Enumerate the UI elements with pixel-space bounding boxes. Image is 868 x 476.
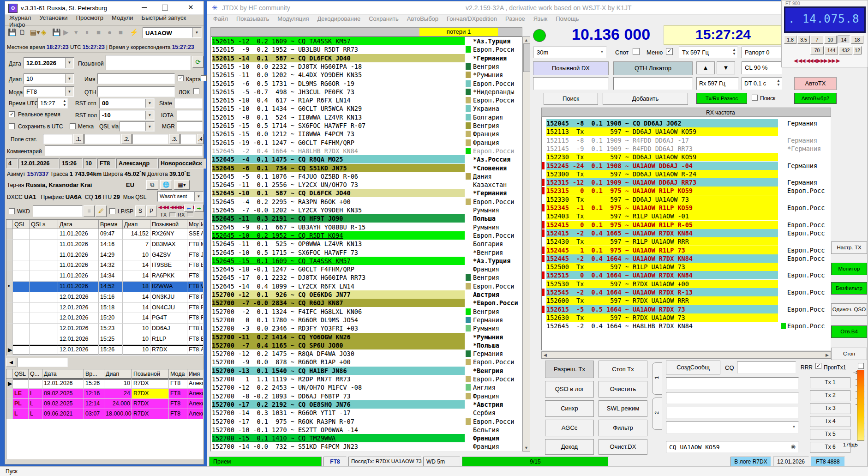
chevron-down-icon[interactable]: ▼: [65, 58, 73, 68]
decode-row[interactable]: 152700 -15 0.1 1410 ~ CQ TM29WWAФранция: [211, 434, 522, 442]
decode-row[interactable]: 152615 -12 0.2 1609 ~ CQ TA4SSK KM57*Аз.…: [211, 37, 522, 45]
stat-input-1[interactable]: [84, 134, 120, 144]
rx-row[interactable]: 152300 Tx 597 ~ DD6AJ UA1AOW R-24: [542, 170, 831, 178]
chevron-down-icon[interactable]: ▼: [145, 99, 154, 108]
rx-row[interactable]: 152245 -24 0.1 1908 ~ UA1AOW DD6AJ -04Ге…: [542, 162, 831, 170]
rx-row[interactable]: 152615 -5 0.5 1664 ~ UA1AOW R7DX 73Европ…: [542, 305, 831, 313]
decode-row[interactable]: 152645 -15 0.1 1609 ~ CQ TA4SSK KM57*Аз.…: [211, 257, 522, 265]
globe-icon[interactable]: 🌐: [160, 180, 172, 190]
col-header-5[interactable]: Диап: [123, 220, 150, 229]
decode-row[interactable]: 152615 -5 -0.7 498 ~ JH3CUL PE0FK 73*Нид…: [211, 88, 522, 96]
clear-dx-button[interactable]: Очист.DX: [599, 439, 647, 455]
name-input[interactable]: [97, 73, 175, 84]
col-header-5[interactable]: Диап: [104, 369, 132, 379]
table-row[interactable]: 12.01.202615:2510R1LPFT8B: [6, 334, 204, 345]
toolbar-callsign-combo[interactable]: UA1AOW ▼: [143, 27, 202, 38]
gen-msgs-button[interactable]: СоздСообщ: [666, 361, 720, 374]
decode-row[interactable]: 152645 -11 0.1 525 ~ OP0WWA LZ4VR KN13Бо…: [211, 240, 522, 248]
rx-row[interactable]: 152430 Tx 597 ~ R1LP UA1AOW RRR: [542, 237, 831, 246]
dx-grid-input[interactable]: [613, 77, 693, 90]
tx-period-tab-2[interactable]: 2: [652, 398, 662, 430]
cq-input[interactable]: [737, 362, 796, 374]
stat-button-1[interactable]: .1.: [73, 134, 84, 144]
decode-row[interactable]: 152645 -9 0.1 667 ~ UB3AYH YO8BBU R-15Ру…: [211, 223, 522, 231]
maximize-icon[interactable]: [162, 5, 168, 11]
decode-row[interactable]: 152700 -12 0.1 926 ~ CQ OE6KDG JN77Австр…: [211, 290, 522, 299]
save2-icon[interactable]: 💾: [52, 28, 61, 36]
decode-row[interactable]: 152615 -11 0.0 1202 ~ 4L4DX YO9DEH KN35*…: [211, 71, 522, 79]
col-header-1[interactable]: QSL: [13, 220, 30, 229]
prev-qso-button[interactable]: ⬅: [184, 205, 193, 212]
col-header-0[interactable]: [6, 369, 13, 379]
qsl-via-field[interactable]: ▼: [120, 121, 155, 132]
erase-button[interactable]: Очистить: [599, 381, 647, 398]
rx-row[interactable]: 152515 0 0.4 1664 ~ UA1AOW R7DX KN84Евро…: [542, 271, 831, 279]
wkd-checkbox[interactable]: [9, 208, 15, 214]
free-msg-field[interactable]: CQ UA1AOW KO59 ◉: [666, 441, 799, 453]
tx-msg-input-3[interactable]: [666, 407, 799, 419]
pause-icon[interactable]: ⏸: [85, 28, 89, 36]
scroll-right-icon[interactable]: ▶: [826, 353, 829, 357]
tx-msg-input-1[interactable]: [666, 377, 799, 389]
rx-row[interactable]: 152445 -2 0.4 1664 ~ UA1AOW R7DX KN84Евр…: [542, 254, 831, 263]
add-button[interactable]: Добавить: [603, 93, 688, 105]
stat-button-3[interactable]: .3.: [169, 134, 180, 144]
sync-button[interactable]: Синхр: [545, 400, 594, 417]
start-button[interactable]: Пуск: [6, 468, 18, 475]
ft900-band-18[interactable]: 18: [851, 36, 863, 44]
decode-row[interactable]: 152615 -10 0.4 617 ~ R1AP R6FX LN14Европ…: [211, 96, 522, 104]
stop-icon[interactable]: ■: [96, 28, 101, 36]
log-scroll-box[interactable]: [17, 358, 68, 367]
decode-row[interactable]: 152700 -17 0.2 2192 ~ CQ OE8SHQ JN76*Авс…: [211, 400, 522, 409]
decode-row[interactable]: 152615 -8 0.1 524 ~ II8WWA LZ4VR KN13Бол…: [211, 113, 522, 121]
decode-row[interactable]: 152700 -8 -0.2 1893 ~ DD6AJ F6BTP 73Фран…: [211, 392, 522, 400]
p-button[interactable]: P: [146, 205, 156, 217]
record-icon[interactable]: ●: [108, 28, 112, 36]
table-row[interactable]: ▶12.01.202615:2610R7DXFT8A: [6, 345, 204, 355]
decode-row[interactable]: 152700 -12 0.2 2453 ~ UN/OH7O M1FCV -08А…: [211, 383, 522, 392]
decode-row[interactable]: 152645 -10 0.5 1715 ~ SX6FOC HA7WFF 73*В…: [211, 248, 522, 257]
rx-row[interactable]: 152530 Tx 597 ~ R7DX UA1AOW +00: [542, 280, 831, 288]
decode-row[interactable]: 152700 -17 0.1 975 ~ R6OK RA3PN R-07Евро…: [211, 417, 522, 426]
col-header-7[interactable]: Мода: [169, 369, 187, 379]
tx1-button[interactable]: Tx 1: [810, 377, 850, 388]
decode-row[interactable]: 152645 -4 0.1 1475 ~ CQ R8QA MO25*Аз.Рос…: [211, 155, 522, 163]
decode-row[interactable]: 152645 -18 -0.1 1247 ~ G0CLT F4FHM/QRPФр…: [211, 265, 522, 273]
myqsl-field[interactable]: Wasn't sent▼: [157, 191, 204, 202]
tx-period-tab-1[interactable]: 1: [652, 362, 662, 395]
logger-menu-item-3[interactable]: Модули: [112, 14, 133, 21]
map2-checkbox[interactable]: [201, 75, 207, 81]
decode-button[interactable]: Декод: [545, 439, 594, 455]
jtdx-menu-item-1[interactable]: Показывать: [236, 15, 269, 22]
decode-row[interactable]: 152615 -15 0.5 1714 ~ SX6FOC HA7WFF R-07…: [211, 121, 522, 130]
jtdx-menu-item-9[interactable]: Помощь: [556, 15, 579, 22]
rx-row[interactable]: 152230 Tx 597 ~ DD6AJ UA1AOW KO59: [542, 153, 831, 161]
save-icon[interactable]: 💾: [8, 28, 17, 36]
rx-row[interactable]: 152345 -1 0.1 975 ~ UA1AOW R1LP KO59Евро…: [542, 204, 831, 212]
rst-rcvd-field[interactable]: -10▼: [99, 110, 155, 121]
rx-row[interactable]: 152315 0 0.1 975 ~ UA1AOW R1LP KO59Европ…: [542, 187, 831, 195]
mgr-input[interactable]: [177, 121, 203, 132]
jtdx-menu-item-2[interactable]: Модуляция: [277, 15, 309, 22]
decode-row[interactable]: 152700 -14 0.3 1031 ~ RG6OR YT1T -17Серб…: [211, 409, 522, 417]
tx-msg-input-2[interactable]: [666, 392, 799, 404]
refresh-button[interactable]: ⟳: [192, 56, 204, 68]
rx-row[interactable]: 152330 Tx 597 ~ DD6AJ UA1AOW 73: [542, 195, 831, 204]
plug-icon[interactable]: ⚡: [130, 28, 138, 36]
col-header-8[interactable]: Имя: [187, 369, 204, 379]
decode-scrollbar[interactable]: ▲ ▼: [522, 36, 530, 452]
play-dropdown-icon[interactable]: ▾: [74, 28, 78, 36]
report-spinner[interactable]: Рапорт 0: [742, 47, 782, 58]
minimize-icon[interactable]: [142, 7, 147, 8]
rx-row[interactable]: 152415 0 0.1 975 ~ UA1AOW R1LP R-05Европ…: [542, 221, 831, 229]
cl-spinner[interactable]: CL 90 %: [742, 61, 782, 74]
chevron-down-icon[interactable]: ▼: [65, 87, 73, 96]
rx-offset-spinner[interactable]: Rx 597 Гц: [696, 77, 739, 90]
decode-row[interactable]: 152645 -11 0.3 2191 ~ CQ HF9T JO90Польша: [211, 214, 522, 223]
decode-row[interactable]: 152615 -10 0.1 1434 ~ G0CLT UR5WCA KN29У…: [211, 104, 522, 113]
dx-call-button[interactable]: Позывной DX: [533, 61, 609, 75]
radio-icon[interactable]: ◉: [791, 443, 796, 450]
rx-row[interactable]: 152113 Tx 597 ~ DD6AJ UA1AOW KO59: [542, 127, 831, 136]
tune-down-button[interactable]: ▼: [717, 61, 735, 74]
s-button[interactable]: S: [135, 205, 145, 217]
